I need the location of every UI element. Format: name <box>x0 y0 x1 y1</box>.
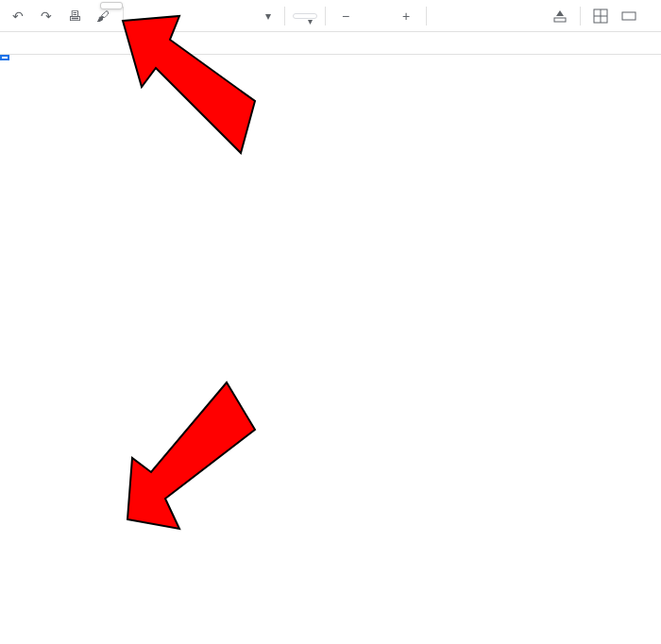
strike-button[interactable] <box>491 4 516 28</box>
percent-format-button[interactable] <box>214 4 226 28</box>
separator <box>123 7 124 25</box>
redo-button[interactable]: ↷ <box>34 4 59 28</box>
separator <box>426 7 427 25</box>
decrease-decimal-button[interactable] <box>229 4 241 28</box>
svg-rect-4 <box>622 12 636 20</box>
borders-icon <box>593 8 608 24</box>
font-size-input[interactable] <box>362 15 390 17</box>
active-cell-editor[interactable] <box>0 55 9 60</box>
increase-font-button[interactable]: + <box>394 4 418 28</box>
font-family-select[interactable] <box>293 13 317 19</box>
print-button[interactable]: 🖶 <box>62 4 87 28</box>
decrease-font-button[interactable]: − <box>333 4 358 28</box>
cell-tooltip <box>100 2 123 9</box>
merge-icon <box>621 8 636 24</box>
undo-button[interactable]: ↶ <box>6 4 30 28</box>
svg-rect-0 <box>554 18 566 22</box>
borders-button[interactable] <box>588 4 613 28</box>
formula-bar[interactable] <box>0 32 661 55</box>
italic-button[interactable] <box>463 4 487 28</box>
separator <box>325 7 326 25</box>
fill-color-button[interactable] <box>548 4 572 28</box>
bold-button[interactable] <box>434 4 459 28</box>
separator <box>580 7 581 25</box>
text-color-button[interactable] <box>519 4 544 28</box>
svg-marker-6 <box>127 382 255 529</box>
annotation-arrow-2 <box>113 349 264 538</box>
merge-cells-button[interactable] <box>617 4 641 28</box>
more-formats-button[interactable]: ▾ <box>260 4 277 28</box>
separator <box>284 7 285 25</box>
toolbar: ↶ ↷ 🖶 🖌 ▾ − + <box>0 0 661 32</box>
increase-decimal-button[interactable] <box>245 4 256 28</box>
fill-icon <box>552 8 568 24</box>
